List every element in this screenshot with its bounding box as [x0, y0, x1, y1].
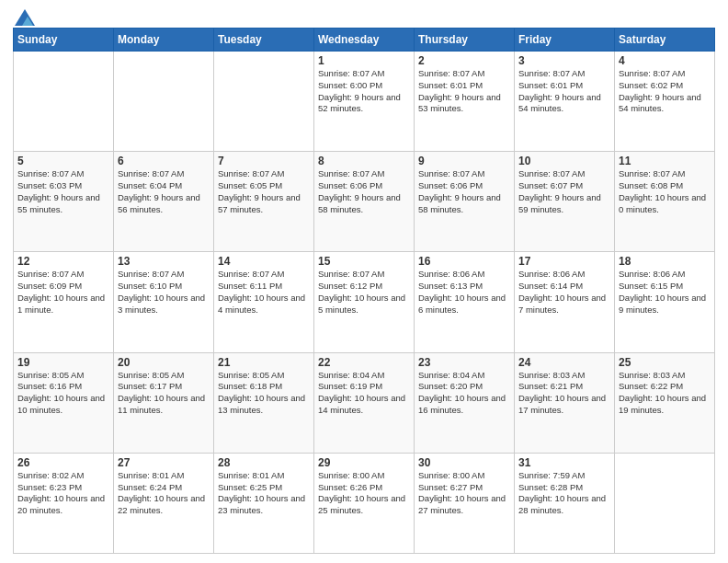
week-row-1: 1Sunrise: 8:07 AM Sunset: 6:00 PM Daylig…	[14, 52, 715, 152]
day-number: 1	[318, 54, 410, 67]
calendar-cell: 23Sunrise: 8:04 AM Sunset: 6:20 PM Dayli…	[415, 352, 515, 453]
day-info: Sunrise: 8:03 AM Sunset: 6:22 PM Dayligh…	[619, 370, 711, 417]
day-number: 30	[418, 456, 510, 469]
calendar-cell: 9Sunrise: 8:07 AM Sunset: 6:06 PM Daylig…	[415, 152, 515, 252]
day-info: Sunrise: 8:07 AM Sunset: 6:04 PM Dayligh…	[118, 168, 210, 215]
day-number: 9	[418, 155, 510, 167]
day-number: 22	[318, 356, 410, 369]
day-info: Sunrise: 8:07 AM Sunset: 6:08 PM Dayligh…	[619, 168, 711, 215]
calendar-cell: 12Sunrise: 8:07 AM Sunset: 6:09 PM Dayli…	[14, 252, 114, 352]
calendar-cell	[615, 453, 715, 553]
calendar-cell	[14, 52, 114, 152]
day-info: Sunrise: 8:07 AM Sunset: 6:00 PM Dayligh…	[318, 68, 410, 115]
day-info: Sunrise: 8:00 AM Sunset: 6:27 PM Dayligh…	[418, 470, 510, 517]
day-info: Sunrise: 8:04 AM Sunset: 6:20 PM Dayligh…	[418, 370, 510, 417]
week-row-2: 5Sunrise: 8:07 AM Sunset: 6:03 PM Daylig…	[14, 152, 715, 252]
day-number: 4	[619, 54, 711, 67]
calendar-cell: 6Sunrise: 8:07 AM Sunset: 6:04 PM Daylig…	[114, 152, 214, 252]
header	[13, 9, 715, 22]
day-number: 15	[318, 255, 410, 268]
day-number: 17	[518, 255, 610, 268]
day-number: 3	[518, 54, 610, 67]
day-number: 19	[17, 356, 109, 369]
calendar-cell: 4Sunrise: 8:07 AM Sunset: 6:02 PM Daylig…	[615, 52, 715, 152]
calendar-cell: 14Sunrise: 8:07 AM Sunset: 6:11 PM Dayli…	[214, 252, 314, 352]
week-row-5: 26Sunrise: 8:02 AM Sunset: 6:23 PM Dayli…	[14, 453, 715, 553]
day-info: Sunrise: 8:06 AM Sunset: 6:14 PM Dayligh…	[518, 269, 610, 316]
day-info: Sunrise: 8:07 AM Sunset: 6:10 PM Dayligh…	[118, 269, 210, 316]
calendar-cell: 18Sunrise: 8:06 AM Sunset: 6:15 PM Dayli…	[615, 252, 715, 352]
day-number: 24	[518, 356, 610, 369]
day-number: 2	[418, 54, 510, 67]
calendar-cell: 19Sunrise: 8:05 AM Sunset: 6:16 PM Dayli…	[14, 352, 114, 453]
day-info: Sunrise: 8:05 AM Sunset: 6:18 PM Dayligh…	[218, 370, 310, 417]
day-info: Sunrise: 8:00 AM Sunset: 6:26 PM Dayligh…	[318, 470, 410, 517]
day-number: 16	[418, 255, 510, 268]
calendar-cell: 3Sunrise: 8:07 AM Sunset: 6:01 PM Daylig…	[515, 52, 615, 152]
calendar-cell: 2Sunrise: 8:07 AM Sunset: 6:01 PM Daylig…	[415, 52, 515, 152]
calendar-cell: 30Sunrise: 8:00 AM Sunset: 6:27 PM Dayli…	[415, 453, 515, 553]
day-number: 18	[619, 255, 711, 268]
day-number: 6	[118, 155, 210, 167]
weekday-header-saturday: Saturday	[615, 29, 715, 52]
day-number: 21	[218, 356, 310, 369]
calendar-cell: 15Sunrise: 8:07 AM Sunset: 6:12 PM Dayli…	[314, 252, 415, 352]
calendar-cell: 20Sunrise: 8:05 AM Sunset: 6:17 PM Dayli…	[114, 352, 214, 453]
calendar-cell: 13Sunrise: 8:07 AM Sunset: 6:10 PM Dayli…	[114, 252, 214, 352]
day-info: Sunrise: 8:07 AM Sunset: 6:03 PM Dayligh…	[17, 168, 109, 215]
day-info: Sunrise: 8:07 AM Sunset: 6:06 PM Dayligh…	[418, 168, 510, 215]
calendar-cell: 25Sunrise: 8:03 AM Sunset: 6:22 PM Dayli…	[615, 352, 715, 453]
day-info: Sunrise: 8:06 AM Sunset: 6:13 PM Dayligh…	[418, 269, 510, 316]
day-number: 7	[218, 155, 310, 167]
calendar-cell: 31Sunrise: 7:59 AM Sunset: 6:28 PM Dayli…	[515, 453, 615, 553]
day-info: Sunrise: 8:07 AM Sunset: 6:11 PM Dayligh…	[218, 269, 310, 316]
calendar-cell: 24Sunrise: 8:03 AM Sunset: 6:21 PM Dayli…	[515, 352, 615, 453]
calendar-cell: 17Sunrise: 8:06 AM Sunset: 6:14 PM Dayli…	[515, 252, 615, 352]
day-info: Sunrise: 8:07 AM Sunset: 6:02 PM Dayligh…	[619, 68, 711, 115]
weekday-header-row: SundayMondayTuesdayWednesdayThursdayFrid…	[14, 29, 715, 52]
weekday-header-friday: Friday	[515, 29, 615, 52]
logo	[13, 9, 35, 22]
day-number: 5	[17, 155, 109, 167]
day-info: Sunrise: 8:01 AM Sunset: 6:25 PM Dayligh…	[218, 470, 310, 517]
day-number: 8	[318, 155, 410, 167]
day-info: Sunrise: 8:04 AM Sunset: 6:19 PM Dayligh…	[318, 370, 410, 417]
calendar-cell: 29Sunrise: 8:00 AM Sunset: 6:26 PM Dayli…	[314, 453, 415, 553]
day-info: Sunrise: 8:07 AM Sunset: 6:07 PM Dayligh…	[518, 168, 610, 215]
page: SundayMondayTuesdayWednesdayThursdayFrid…	[0, 0, 728, 563]
day-number: 12	[17, 255, 109, 268]
calendar-cell	[214, 52, 314, 152]
weekday-header-tuesday: Tuesday	[214, 29, 314, 52]
day-info: Sunrise: 7:59 AM Sunset: 6:28 PM Dayligh…	[518, 470, 610, 517]
day-info: Sunrise: 8:07 AM Sunset: 6:01 PM Dayligh…	[418, 68, 510, 115]
day-info: Sunrise: 8:02 AM Sunset: 6:23 PM Dayligh…	[17, 470, 109, 517]
day-number: 25	[619, 356, 711, 369]
day-number: 10	[518, 155, 610, 167]
day-info: Sunrise: 8:07 AM Sunset: 6:01 PM Dayligh…	[518, 68, 610, 115]
day-info: Sunrise: 8:01 AM Sunset: 6:24 PM Dayligh…	[118, 470, 210, 517]
calendar-cell	[114, 52, 214, 152]
day-number: 11	[619, 155, 711, 167]
weekday-header-monday: Monday	[114, 29, 214, 52]
weekday-header-sunday: Sunday	[14, 29, 114, 52]
day-number: 13	[118, 255, 210, 268]
calendar-cell: 1Sunrise: 8:07 AM Sunset: 6:00 PM Daylig…	[314, 52, 415, 152]
calendar-table: SundayMondayTuesdayWednesdayThursdayFrid…	[13, 28, 715, 554]
week-row-4: 19Sunrise: 8:05 AM Sunset: 6:16 PM Dayli…	[14, 352, 715, 453]
calendar-cell: 26Sunrise: 8:02 AM Sunset: 6:23 PM Dayli…	[14, 453, 114, 553]
day-info: Sunrise: 8:07 AM Sunset: 6:06 PM Dayligh…	[318, 168, 410, 215]
day-number: 23	[418, 356, 510, 369]
calendar-cell: 21Sunrise: 8:05 AM Sunset: 6:18 PM Dayli…	[214, 352, 314, 453]
day-number: 27	[118, 456, 210, 469]
calendar-cell: 5Sunrise: 8:07 AM Sunset: 6:03 PM Daylig…	[14, 152, 114, 252]
calendar-cell: 11Sunrise: 8:07 AM Sunset: 6:08 PM Dayli…	[615, 152, 715, 252]
day-number: 26	[17, 456, 109, 469]
calendar-cell: 7Sunrise: 8:07 AM Sunset: 6:05 PM Daylig…	[214, 152, 314, 252]
week-row-3: 12Sunrise: 8:07 AM Sunset: 6:09 PM Dayli…	[14, 252, 715, 352]
calendar-cell: 22Sunrise: 8:04 AM Sunset: 6:19 PM Dayli…	[314, 352, 415, 453]
day-number: 31	[518, 456, 610, 469]
calendar-cell: 28Sunrise: 8:01 AM Sunset: 6:25 PM Dayli…	[214, 453, 314, 553]
day-info: Sunrise: 8:07 AM Sunset: 6:12 PM Dayligh…	[318, 269, 410, 316]
day-info: Sunrise: 8:07 AM Sunset: 6:05 PM Dayligh…	[218, 168, 310, 215]
day-number: 29	[318, 456, 410, 469]
